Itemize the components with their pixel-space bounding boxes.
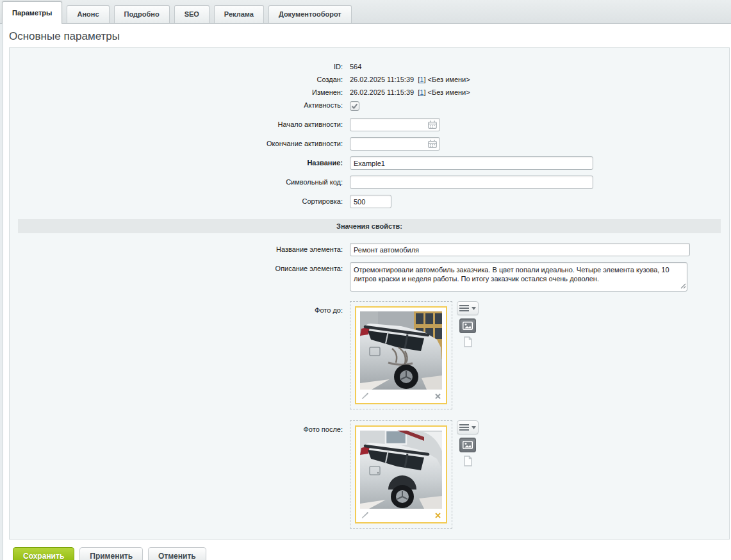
modified-label: Изменен: bbox=[10, 88, 347, 97]
photo-after-card bbox=[355, 425, 447, 523]
tab-seo[interactable]: SEO bbox=[174, 5, 209, 23]
prop-desc-field: Отремонтировали автомобиль заказчика. В … bbox=[350, 262, 687, 293]
prop-name-field bbox=[350, 243, 690, 256]
apply-button[interactable]: Применить bbox=[79, 547, 143, 560]
row-active-from: Начало активности: bbox=[10, 118, 729, 131]
photo-before-widget bbox=[350, 301, 479, 409]
photo-before-card bbox=[355, 306, 447, 404]
save-button[interactable]: Сохранить bbox=[13, 547, 74, 560]
delete-photo-icon[interactable] bbox=[434, 512, 441, 519]
calendar-icon[interactable] bbox=[428, 120, 437, 130]
active-value bbox=[350, 101, 359, 113]
sort-label: Сортировка: bbox=[10, 195, 347, 205]
check-icon bbox=[350, 102, 359, 110]
photo-after-controls bbox=[456, 420, 479, 468]
main-form: ID: 564 Создан: 26.02.2025 11:15:39 [1] … bbox=[9, 47, 730, 539]
photo-after-image[interactable] bbox=[360, 431, 442, 509]
modified-user-name: <Без имени> bbox=[428, 88, 470, 96]
photo-after-actions bbox=[360, 510, 442, 521]
prop-name-input[interactable] bbox=[350, 243, 690, 256]
row-photo-before: Фото до: bbox=[10, 301, 729, 409]
edit-photo-icon[interactable] bbox=[361, 392, 369, 400]
active-from-field bbox=[350, 118, 440, 131]
prop-name-label: Название элемента: bbox=[10, 243, 347, 253]
file-icon[interactable] bbox=[464, 456, 472, 468]
code-field bbox=[350, 176, 593, 189]
active-from-label: Начало активности: bbox=[10, 118, 347, 128]
active-to-input[interactable] bbox=[350, 137, 440, 151]
chevron-down-icon bbox=[472, 307, 476, 310]
image-icon bbox=[463, 441, 473, 449]
code-label: Символьный код: bbox=[10, 176, 347, 186]
created-user-ref: [1] bbox=[418, 76, 425, 83]
tab-bar: Параметры Анонс Подробно SEO Реклама Док… bbox=[0, 0, 731, 24]
tab-advert[interactable]: Реклама bbox=[214, 5, 264, 23]
created-user-name: <Без имени> bbox=[428, 76, 470, 83]
tab-parameters[interactable]: Параметры bbox=[2, 1, 62, 24]
hamburger-icon bbox=[459, 304, 470, 312]
row-photo-after: Фото после: bbox=[10, 420, 729, 529]
row-prop-desc: Описание элемента: Отремонтировали автом… bbox=[10, 262, 729, 293]
photo-before-actions bbox=[360, 391, 442, 402]
row-modified: Изменен: 26.02.2025 11:15:39 [1] <Без им… bbox=[10, 88, 729, 97]
photo-after-widget bbox=[350, 420, 479, 529]
file-icon[interactable] bbox=[464, 336, 472, 349]
row-id: ID: 564 bbox=[10, 62, 729, 71]
row-prop-name: Название элемента: bbox=[10, 243, 729, 256]
image-mode-button[interactable] bbox=[459, 438, 476, 452]
id-value: 564 bbox=[350, 62, 361, 71]
name-label: Название: bbox=[10, 156, 347, 167]
tab-detail[interactable]: Подробно bbox=[114, 5, 170, 23]
created-label: Создан: bbox=[10, 75, 347, 84]
created-date: 26.02.2025 11:15:39 bbox=[350, 76, 414, 83]
photo-menu-button[interactable] bbox=[457, 420, 479, 434]
tab-announce[interactable]: Анонс bbox=[67, 5, 109, 23]
tab-workflow[interactable]: Документооборот bbox=[268, 5, 352, 23]
active-label: Активность: bbox=[10, 101, 347, 110]
chevron-down-icon bbox=[472, 426, 476, 429]
image-icon bbox=[463, 322, 473, 330]
form-button-bar: Сохранить Применить Отменить bbox=[13, 547, 731, 560]
row-code: Символьный код: bbox=[10, 176, 729, 189]
photo-before-controls bbox=[456, 301, 479, 349]
photo-menu-button[interactable] bbox=[457, 301, 479, 315]
image-mode-button[interactable] bbox=[459, 318, 476, 333]
page-title: Основные параметры bbox=[0, 24, 731, 47]
code-input[interactable] bbox=[350, 176, 593, 189]
delete-photo-icon[interactable] bbox=[434, 393, 441, 400]
name-field bbox=[350, 156, 593, 170]
properties-section-header: Значения свойств: bbox=[18, 219, 721, 233]
active-checkbox[interactable] bbox=[350, 101, 359, 111]
sort-input[interactable] bbox=[350, 195, 391, 208]
photo-before-label: Фото до: bbox=[10, 301, 347, 314]
modified-date: 26.02.2025 11:15:39 bbox=[350, 88, 414, 96]
row-name: Название: bbox=[10, 156, 729, 170]
prop-desc-textarea[interactable]: Отремонтировали автомобиль заказчика. В … bbox=[350, 262, 687, 292]
prop-desc-label: Описание элемента: bbox=[10, 262, 347, 272]
row-active: Активность: bbox=[10, 101, 729, 113]
modified-user-ref: [1] bbox=[418, 88, 425, 96]
sort-field bbox=[350, 195, 391, 208]
photo-before-dropzone[interactable] bbox=[350, 301, 452, 409]
photo-after-dropzone[interactable] bbox=[350, 420, 452, 529]
edit-photo-icon[interactable] bbox=[361, 511, 369, 520]
row-sort: Сортировка: bbox=[10, 195, 729, 208]
page-left-edge bbox=[0, 24, 3, 560]
modified-value: 26.02.2025 11:15:39 [1] <Без имени> bbox=[350, 88, 470, 97]
active-to-field bbox=[350, 137, 440, 151]
active-to-label: Окончание активности: bbox=[10, 137, 347, 147]
modified-user-link[interactable]: 1 bbox=[420, 88, 423, 96]
element-edit-page: Параметры Анонс Подробно SEO Реклама Док… bbox=[0, 0, 731, 560]
row-created: Создан: 26.02.2025 11:15:39 [1] <Без име… bbox=[10, 75, 729, 84]
cancel-button[interactable]: Отменить bbox=[148, 547, 206, 560]
calendar-icon[interactable] bbox=[428, 140, 437, 149]
photo-after-label: Фото после: bbox=[10, 420, 347, 433]
photo-before-image[interactable] bbox=[360, 311, 442, 390]
created-value: 26.02.2025 11:15:39 [1] <Без имени> bbox=[350, 75, 470, 84]
name-input[interactable] bbox=[350, 156, 593, 170]
hamburger-icon bbox=[459, 424, 470, 431]
row-active-to: Окончание активности: bbox=[10, 137, 729, 151]
id-label: ID: bbox=[10, 62, 347, 71]
created-user-link[interactable]: 1 bbox=[420, 76, 423, 83]
active-from-input[interactable] bbox=[350, 118, 440, 131]
